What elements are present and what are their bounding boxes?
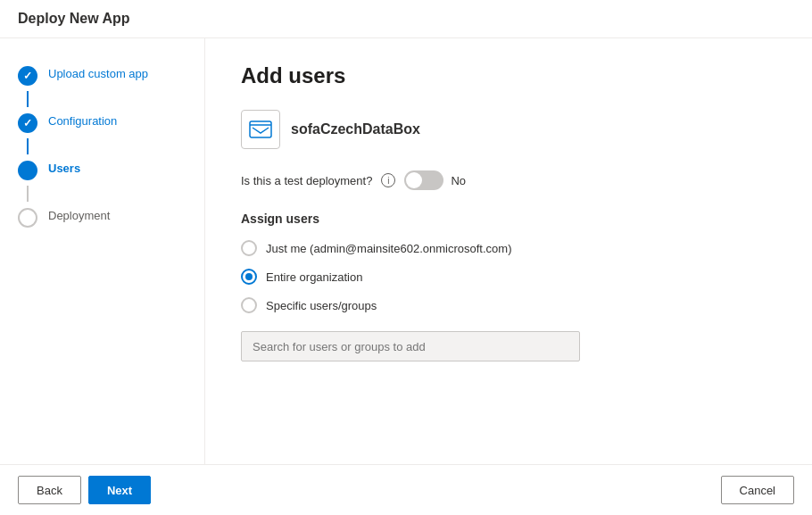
radio-dot-entire-org — [245, 273, 253, 280]
toggle-wrapper: No — [404, 170, 466, 190]
step-circle-upload: ✓ — [18, 66, 37, 86]
sidebar-item-upload[interactable]: ✓ Upload custom app — [0, 60, 204, 91]
radio-entire-org[interactable]: Entire organization — [241, 269, 776, 285]
step-circle-deployment — [18, 208, 37, 228]
test-deployment-toggle[interactable] — [404, 170, 443, 190]
radio-circle-specific — [241, 297, 257, 313]
radio-circle-entire-org — [241, 269, 257, 285]
step-circle-configuration: ✓ — [18, 113, 37, 133]
step-label-deployment: Deployment — [48, 209, 110, 222]
info-icon[interactable]: i — [381, 173, 395, 187]
radio-just-me[interactable]: Just me (admin@mainsite602.onmicrosoft.c… — [241, 240, 776, 256]
test-deployment-label: Is this a test deployment? — [241, 174, 372, 187]
app-info-row: sofaCzechDataBox — [241, 110, 776, 149]
back-button[interactable]: Back — [18, 476, 81, 504]
connector-1 — [27, 91, 29, 107]
sidebar-item-deployment[interactable]: Deployment — [0, 202, 204, 233]
step-label-upload: Upload custom app — [48, 67, 148, 80]
sidebar: ✓ Upload custom app ✓ Configuration User… — [0, 38, 205, 464]
assign-section-title: Assign users — [241, 212, 776, 226]
sidebar-item-users[interactable]: Users — [0, 154, 204, 186]
radio-label-specific: Specific users/groups — [266, 299, 377, 312]
page-header: Deploy New App — [0, 0, 812, 38]
main-content: Add users sofaCzechDataBox Is this a tes… — [205, 38, 812, 464]
assign-radio-group: Just me (admin@mainsite602.onmicrosoft.c… — [241, 240, 776, 313]
page-header-title: Deploy New App — [18, 11, 130, 26]
radio-label-just-me: Just me (admin@mainsite602.onmicrosoft.c… — [266, 242, 511, 255]
app-name: sofaCzechDataBox — [291, 121, 420, 137]
radio-specific[interactable]: Specific users/groups — [241, 297, 776, 313]
radio-circle-just-me — [241, 240, 257, 256]
step-label-configuration: Configuration — [48, 114, 117, 128]
connector-2 — [27, 138, 29, 154]
body-container: ✓ Upload custom app ✓ Configuration User… — [0, 38, 812, 464]
step-label-users: Users — [48, 162, 80, 175]
toggle-thumb — [406, 172, 422, 188]
next-button[interactable]: Next — [88, 476, 151, 504]
connector-3 — [27, 186, 29, 202]
svg-rect-0 — [250, 121, 271, 137]
test-deployment-row: Is this a test deployment? i No — [241, 170, 776, 190]
app-icon — [241, 110, 280, 149]
search-users-input[interactable] — [241, 331, 580, 361]
toggle-value: No — [451, 174, 466, 187]
cancel-button[interactable]: Cancel — [721, 476, 794, 504]
radio-label-entire-org: Entire organization — [266, 270, 362, 284]
sidebar-item-configuration[interactable]: ✓ Configuration — [0, 107, 204, 138]
page-title: Add users — [241, 63, 776, 88]
footer: Back Next Cancel — [0, 464, 812, 515]
step-circle-users — [18, 161, 37, 180]
